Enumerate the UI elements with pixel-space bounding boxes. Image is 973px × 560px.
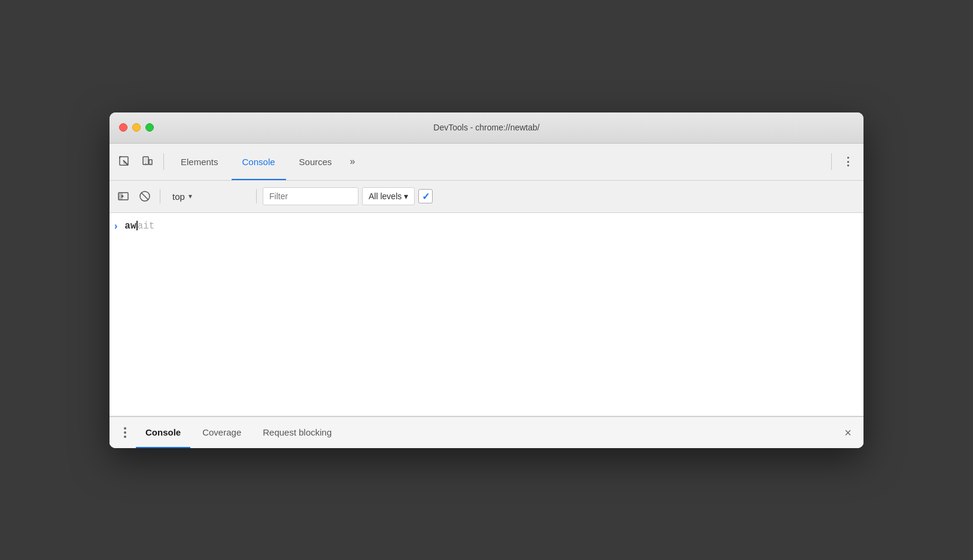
console-divider-1 xyxy=(160,189,160,203)
maximize-button[interactable] xyxy=(145,123,154,132)
devtools-window: DevTools - chrome://newtab/ xyxy=(110,112,863,448)
console-output: › await xyxy=(110,213,863,416)
svg-rect-3 xyxy=(144,158,148,163)
titlebar: DevTools - chrome://newtab/ xyxy=(110,112,863,144)
menu-dot-3 xyxy=(124,436,126,438)
drawer-tab-coverage[interactable]: Coverage xyxy=(193,417,251,448)
svg-marker-1 xyxy=(123,160,127,164)
tab-sources[interactable]: Sources xyxy=(288,143,343,180)
context-arrow: ▾ xyxy=(188,192,192,200)
inspect-icon xyxy=(118,156,130,168)
console-toolbar: top ▾ All levels ▾ ✓ xyxy=(110,181,863,213)
devtools-panel: Elements Console Sources » ⋮ xyxy=(110,144,863,448)
autocomplete-text: ait xyxy=(138,221,155,232)
svg-point-6 xyxy=(150,163,151,164)
drawer-tab-request-blocking[interactable]: Request blocking xyxy=(253,417,341,448)
close-button[interactable] xyxy=(119,123,127,132)
svg-point-4 xyxy=(145,163,147,165)
menu-dot-1 xyxy=(124,427,126,430)
console-prompt: › xyxy=(114,221,117,232)
filter-input[interactable] xyxy=(263,187,358,205)
drawer-tab-console[interactable]: Console xyxy=(136,417,190,448)
context-selector[interactable]: top ▾ xyxy=(166,189,250,204)
console-entry[interactable]: › await xyxy=(110,218,863,235)
console-sidebar-toggle[interactable] xyxy=(114,187,132,205)
drawer-close-button[interactable]: × xyxy=(840,424,856,441)
log-levels-button[interactable]: All levels ▾ xyxy=(362,187,415,205)
clear-icon xyxy=(139,190,151,202)
drawer-menu-button[interactable] xyxy=(117,424,133,441)
tab-elements[interactable]: Elements xyxy=(170,143,229,180)
sidebar-icon xyxy=(117,190,129,202)
drawer: Console Coverage Request blocking × xyxy=(110,416,863,448)
levels-label: All levels xyxy=(369,191,402,201)
drawer-toolbar: Console Coverage Request blocking × xyxy=(110,417,863,448)
toolbar-menu-button[interactable]: ⋮ xyxy=(838,155,859,168)
console-input-text: await xyxy=(124,221,154,232)
typed-text: aw xyxy=(124,221,136,232)
console-divider-2 xyxy=(256,189,257,203)
minimize-button[interactable] xyxy=(132,123,141,132)
tab-console[interactable]: Console xyxy=(232,143,286,180)
window-title: DevTools - chrome://newtab/ xyxy=(433,123,539,132)
window-controls xyxy=(119,123,154,132)
inspect-button[interactable] xyxy=(114,151,135,172)
context-label: top xyxy=(172,191,185,202)
clear-console-button[interactable] xyxy=(136,187,154,205)
device-icon xyxy=(141,156,153,168)
toolbar-divider-2 xyxy=(831,153,832,170)
menu-dot-2 xyxy=(124,431,126,434)
main-toolbar: Elements Console Sources » ⋮ xyxy=(110,144,863,181)
device-mode-button[interactable] xyxy=(137,151,157,172)
toolbar-divider-1 xyxy=(163,153,164,170)
svg-line-11 xyxy=(141,193,148,200)
checkbox-toggle[interactable]: ✓ xyxy=(418,189,433,203)
more-tabs-button[interactable]: » xyxy=(345,156,360,167)
levels-arrow: ▾ xyxy=(404,191,408,201)
